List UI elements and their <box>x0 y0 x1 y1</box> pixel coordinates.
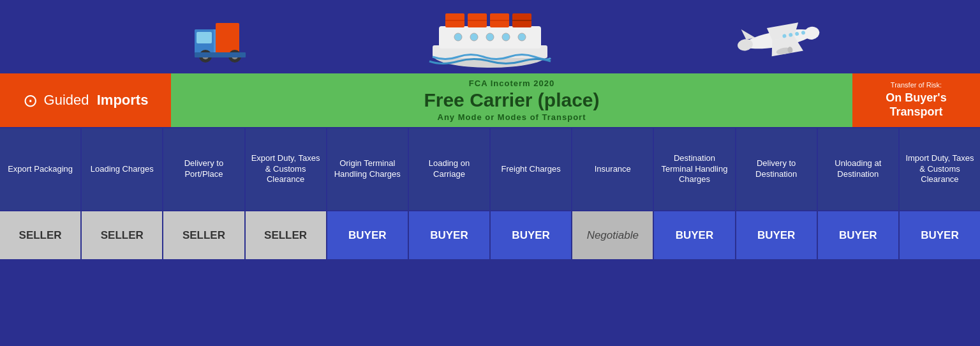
plane-icon <box>738 20 820 67</box>
svg-rect-2 <box>197 32 212 43</box>
column-2: Delivery to Port/PlaceSELLER <box>163 128 245 259</box>
header-mode-text: Any Mode or Modes of Transport <box>438 112 586 122</box>
column-header-10: Unloading at Destination <box>818 128 898 211</box>
column-header-5: Loading on Carriage <box>409 128 489 211</box>
header-right: Transfer of Risk: On Buyer's Transport <box>852 73 980 127</box>
brand-text: Guided Imports <box>44 92 149 109</box>
column-value-8: BUYER <box>654 211 734 259</box>
column-value-6: BUYER <box>491 211 571 259</box>
column-header-11: Import Duty, Taxes & Customs Clearance <box>900 128 980 211</box>
header-row: ⊙ Guided Imports FCA Incoterm 2020 Free … <box>0 73 980 127</box>
svg-point-21 <box>470 33 478 41</box>
column-header-9: Delivery to Destination <box>736 128 817 211</box>
transfer-risk-label: Transfer of Risk: <box>891 81 942 89</box>
truck-icon <box>191 10 262 70</box>
column-value-4: BUYER <box>327 211 408 259</box>
column-11: Import Duty, Taxes & Customs ClearanceBU… <box>900 128 980 259</box>
brand-icon: ⊙ <box>23 90 38 111</box>
header-main-title: Free Carrier (place) <box>424 89 599 111</box>
column-value-10: BUYER <box>818 211 898 259</box>
column-header-0: Export Packaging <box>0 128 80 211</box>
brand-name-bold: Imports <box>97 92 149 108</box>
column-header-3: Export Duty, Taxes & Customs Clearance <box>246 128 326 211</box>
column-8: Destination Terminal Handling ChargesBUY… <box>654 128 736 259</box>
column-header-4: Origin Terminal Handling Charges <box>327 128 408 211</box>
column-header-2: Delivery to Port/Place <box>163 128 244 211</box>
column-7: InsuranceNegotiable <box>572 128 654 259</box>
column-1: Loading ChargesSELLER <box>82 128 163 259</box>
column-9: Delivery to DestinationBUYER <box>736 128 818 259</box>
column-value-7: Negotiable <box>572 211 653 259</box>
incoterm-table: Export PackagingSELLERLoading ChargesSEL… <box>0 127 980 259</box>
column-6: Freight ChargesBUYER <box>491 128 572 259</box>
brand-name-plain: Guided <box>44 92 89 108</box>
svg-rect-8 <box>195 52 246 57</box>
svg-point-20 <box>454 33 462 41</box>
column-header-8: Destination Terminal Handling Charges <box>654 128 734 211</box>
column-value-0: SELLER <box>0 211 80 259</box>
svg-marker-30 <box>741 27 756 40</box>
column-value-3: SELLER <box>246 211 326 259</box>
column-header-1: Loading Charges <box>82 128 162 211</box>
column-0: Export PackagingSELLER <box>0 128 82 259</box>
column-3: Export Duty, Taxes & Customs ClearanceSE… <box>246 128 327 259</box>
column-header-7: Insurance <box>572 128 653 211</box>
ship-icon <box>426 1 554 73</box>
page-wrapper: ⊙ Guided Imports FCA Incoterm 2020 Free … <box>0 0 980 297</box>
column-5: Loading on CarriageBUYER <box>409 128 491 259</box>
brand-section: ⊙ Guided Imports <box>0 73 171 127</box>
column-value-9: BUYER <box>736 211 817 259</box>
column-10: Unloading at DestinationBUYER <box>818 128 900 259</box>
transfer-risk-value: On Buyer's Transport <box>859 91 974 119</box>
svg-point-24 <box>518 33 526 41</box>
icons-container <box>0 0 980 73</box>
column-header-6: Freight Charges <box>491 128 571 211</box>
column-value-1: SELLER <box>82 211 162 259</box>
column-value-5: BUYER <box>409 211 489 259</box>
header-center: FCA Incoterm 2020 Free Carrier (place) A… <box>171 73 852 127</box>
column-value-11: BUYER <box>900 211 980 259</box>
svg-point-22 <box>486 33 494 41</box>
column-value-2: SELLER <box>163 211 244 259</box>
svg-point-23 <box>502 33 510 41</box>
column-4: Origin Terminal Handling ChargesBUYER <box>327 128 409 259</box>
header-subtitle: FCA Incoterm 2020 <box>469 79 554 88</box>
